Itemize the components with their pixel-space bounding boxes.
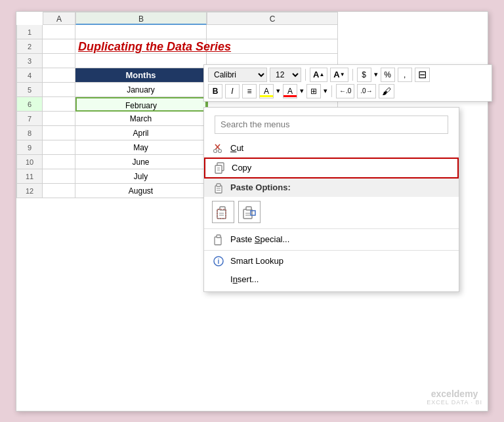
- paste-icon-btn-1[interactable]: [212, 201, 234, 223]
- paste-special-icon: [212, 233, 225, 246]
- cell-april[interactable]: April: [75, 126, 207, 140]
- highlight-arrow: ▾: [276, 87, 280, 95]
- paste-icons-row: [204, 197, 459, 227]
- italic-button[interactable]: I: [225, 84, 240, 98]
- table-row: 1: [16, 25, 488, 39]
- row-num: 11: [16, 169, 43, 184]
- col-headers: A B C: [43, 12, 488, 25]
- cell-july[interactable]: July: [75, 169, 207, 184]
- svg-rect-18: [246, 207, 251, 210]
- copy-icon: [213, 161, 226, 175]
- cell-months-header[interactable]: Months: [75, 68, 207, 83]
- svg-rect-9: [217, 184, 220, 186]
- ctx-insert-label: Insert...: [230, 274, 259, 284]
- cell-march[interactable]: March: [75, 112, 207, 126]
- cell-9a[interactable]: [43, 140, 75, 155]
- cell-1b[interactable]: [75, 25, 207, 39]
- ctx-cut-item[interactable]: Cut: [204, 139, 459, 158]
- watermark-line1: exceldemy: [427, 389, 482, 399]
- cell-1a[interactable]: [43, 25, 75, 39]
- increase-font-button[interactable]: A▲: [310, 68, 327, 82]
- cut-icon: [212, 142, 225, 155]
- cell-august[interactable]: August: [75, 184, 207, 198]
- font-size-select[interactable]: 12: [270, 68, 301, 82]
- svg-rect-22: [215, 237, 221, 245]
- cell-6a[interactable]: [43, 97, 75, 112]
- svg-text:i: i: [218, 258, 220, 265]
- cell-8a[interactable]: [43, 126, 75, 140]
- dec-decimal-button[interactable]: .0→: [357, 84, 375, 98]
- comma-button[interactable]: ,: [398, 68, 412, 82]
- paint-format-button[interactable]: 🖌: [379, 84, 394, 98]
- format-button[interactable]: ⊟: [415, 68, 430, 82]
- row-num: 5: [16, 83, 43, 97]
- cell-3b[interactable]: [75, 54, 207, 68]
- context-search-input[interactable]: [215, 116, 448, 134]
- ctx-paste-special-item[interactable]: Paste Special...: [204, 230, 459, 249]
- cell-10a[interactable]: [43, 155, 75, 169]
- cell-3a[interactable]: [43, 54, 75, 68]
- paste-icon: [212, 181, 225, 194]
- svg-point-2: [214, 149, 217, 152]
- ctx-paste-special-label: Paste Special...: [230, 234, 289, 244]
- row-num: 2: [16, 39, 43, 54]
- insert-icon: [212, 273, 225, 286]
- cell-january[interactable]: January: [75, 83, 207, 97]
- svg-rect-12: [217, 209, 226, 219]
- row-num: 10: [16, 155, 43, 169]
- inc-decimal-button[interactable]: ←.0: [336, 84, 354, 98]
- cell-7a[interactable]: [43, 112, 75, 126]
- cell-12a[interactable]: [43, 184, 75, 198]
- font-family-select[interactable]: Calibri: [208, 68, 267, 82]
- bold-button[interactable]: B: [208, 84, 222, 98]
- currency-arrow: ▾: [374, 70, 378, 79]
- font-color-button[interactable]: A: [283, 84, 297, 98]
- paste-icon-btn-2[interactable]: [238, 201, 261, 223]
- context-menu: Cut Copy: [203, 107, 459, 292]
- cell-may[interactable]: May: [75, 140, 207, 155]
- cell-2a[interactable]: [43, 39, 75, 54]
- cell-5a[interactable]: [43, 83, 75, 97]
- ctx-copy-label: Copy: [232, 163, 251, 173]
- watermark: exceldemy EXCEL DATA · BI: [427, 389, 482, 406]
- info-icon: i: [212, 255, 225, 268]
- percent-button[interactable]: %: [381, 68, 395, 82]
- ctx-copy-item[interactable]: Copy: [204, 158, 459, 179]
- ctx-divider-2: [204, 250, 459, 251]
- mini-toolbar: Calibri 12 A▲ A▼ $ ▾ % , ⊟ B I ≡ A ▾ A: [203, 64, 492, 102]
- cell-4a[interactable]: [43, 68, 75, 83]
- cell-february[interactable]: February: [75, 97, 207, 112]
- separator: [305, 69, 306, 81]
- highlight-color-button[interactable]: A: [259, 84, 274, 98]
- col-header-a: A: [43, 12, 75, 25]
- ctx-smart-lookup-label: Smart Lookup: [230, 256, 284, 266]
- watermark-line2: EXCEL DATA · BI: [427, 399, 482, 406]
- font-color-arrow: ▾: [300, 87, 304, 95]
- row-num: 9: [16, 140, 43, 155]
- svg-rect-23: [217, 235, 220, 238]
- ctx-smart-lookup-item[interactable]: i Smart Lookup: [204, 252, 459, 270]
- borders-button[interactable]: ⊞: [306, 84, 321, 98]
- align-button[interactable]: ≡: [242, 84, 257, 98]
- svg-rect-5: [215, 165, 222, 173]
- row-num: 6: [16, 97, 43, 112]
- currency-button[interactable]: $: [357, 68, 371, 82]
- ctx-paste-options-header: Paste Options:: [204, 179, 459, 197]
- cell-june[interactable]: June: [75, 155, 207, 169]
- cell-2b[interactable]: Duplicating the Data Series: [75, 39, 207, 54]
- ctx-paste-options-label: Paste Options:: [230, 182, 291, 192]
- cell-11a[interactable]: [43, 169, 75, 184]
- decrease-font-button[interactable]: A▼: [330, 68, 348, 82]
- row-num: 1: [16, 25, 43, 39]
- row-num: 12: [16, 184, 43, 198]
- toolbar-row1: Calibri 12 A▲ A▼ $ ▾ % , ⊟: [208, 68, 488, 82]
- row-num: 4: [16, 68, 43, 83]
- ctx-cut-label: Cut: [230, 143, 243, 153]
- ctx-insert-item[interactable]: Insert...: [204, 270, 459, 289]
- col-header-c: C: [207, 12, 338, 25]
- excel-window: A B C 1 2 Duplicating the Data Series 3: [16, 11, 488, 411]
- cell-2c[interactable]: [207, 39, 338, 54]
- table-row: 2 Duplicating the Data Series: [16, 39, 488, 54]
- separator: [331, 85, 332, 97]
- cell-1c[interactable]: [207, 25, 338, 39]
